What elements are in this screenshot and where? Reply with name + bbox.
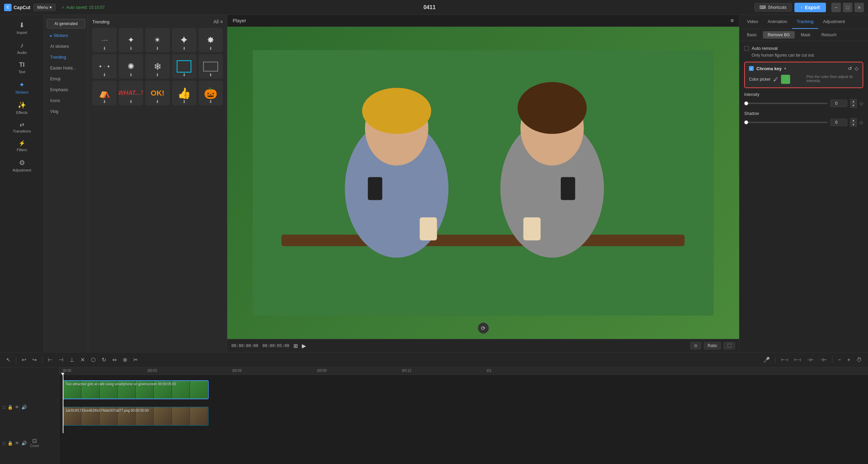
sidebar-item-vlog[interactable]: Vlog xyxy=(46,106,86,117)
sidebar-item-easter[interactable]: Easter Holid... xyxy=(46,63,86,73)
zoom-in-button[interactable]: + xyxy=(845,356,852,364)
snap-button[interactable]: ⊣⊢ xyxy=(805,356,816,364)
intensity-slider-thumb[interactable] xyxy=(744,101,748,105)
ratio-button[interactable]: Ratio xyxy=(704,342,721,349)
export-button[interactable]: ↑ Export xyxy=(794,3,826,12)
select-tool-button[interactable]: ↖ xyxy=(4,355,13,364)
tab-tracking[interactable]: Tracking xyxy=(792,15,818,29)
sticker-item[interactable]: · · · ⬇ xyxy=(92,28,117,52)
tool-filters[interactable]: ⚡ Filters xyxy=(2,137,42,155)
flip-button[interactable]: ⇔ xyxy=(110,355,119,364)
sidebar-item-icons[interactable]: Icons xyxy=(46,96,86,106)
sticker-item[interactable]: ⛺ ⬇ xyxy=(92,81,117,105)
mic-button[interactable]: 🎤 xyxy=(761,355,772,364)
sticker-item[interactable]: ✦ ⬇ xyxy=(172,28,196,52)
sidebar-item-trending[interactable]: Trending xyxy=(46,52,86,62)
chroma-key-checkbox[interactable]: ✓ xyxy=(749,66,754,71)
sticker-item[interactable]: ✦ ⬇ xyxy=(119,28,143,52)
menu-button[interactable]: Menu ▾ xyxy=(33,3,56,11)
subtab-basic[interactable]: Basic xyxy=(742,31,761,39)
sidebar-item-emoji[interactable]: Emoji xyxy=(46,74,86,84)
split-button[interactable]: ⊢ xyxy=(46,355,55,364)
fit-button[interactable]: ⊢⊣ xyxy=(779,356,790,364)
shape-button[interactable]: ⬡ xyxy=(89,355,98,364)
color-picker-eyedropper[interactable]: 🖊 xyxy=(773,77,778,82)
shadow-increment[interactable]: ▲ xyxy=(850,118,857,122)
intensity-decrement[interactable]: ▼ xyxy=(850,103,857,108)
snap2-button[interactable]: ⊣⊢ xyxy=(818,356,829,364)
subtab-retouch[interactable]: Retouch xyxy=(816,31,841,39)
play-button[interactable]: ▶ xyxy=(302,343,306,349)
tool-transitions[interactable]: ⇄ Transitions xyxy=(2,119,42,136)
recenter-button[interactable]: ⟳ xyxy=(478,323,489,334)
sidebar-item-stickers-section[interactable]: ▸ Stickers xyxy=(46,31,86,41)
align-button[interactable]: ⊢⊣ xyxy=(792,356,803,364)
sticker-item[interactable]: ✴ ⬇ xyxy=(145,28,170,52)
rotate-button[interactable]: ↻ xyxy=(100,355,108,364)
playhead[interactable] xyxy=(63,375,63,433)
close-button[interactable]: × xyxy=(854,3,864,12)
chroma-diamond-button[interactable]: ◇ xyxy=(855,66,859,71)
track2-audio-button[interactable]: 🔊 xyxy=(21,441,27,446)
auto-removal-checkbox[interactable] xyxy=(744,46,749,51)
sidebar-item-emphasis[interactable]: Emphasis xyxy=(46,85,86,95)
redo-button[interactable]: ↪ xyxy=(30,355,39,364)
shadow-decrement[interactable]: ▼ xyxy=(850,122,857,127)
grid-view-button[interactable]: ⊞ xyxy=(293,343,298,349)
shadow-value-input[interactable] xyxy=(830,119,847,126)
intensity-slider-track[interactable] xyxy=(744,103,828,104)
tab-video[interactable]: Video xyxy=(742,15,763,29)
tool-adjustment[interactable]: ⚙ Adjustment xyxy=(2,156,42,175)
maximize-button[interactable]: □ xyxy=(843,3,852,12)
shadow-reset-icon[interactable]: ◇ xyxy=(860,120,863,125)
track2-eye-button[interactable]: 👁 xyxy=(15,441,19,446)
delete-button[interactable]: ✕ xyxy=(78,355,87,364)
shortcuts-button[interactable]: ⌨ Shortcuts xyxy=(754,3,792,12)
tab-animation[interactable]: Animation xyxy=(763,15,792,29)
sticker-item[interactable]: ✦ · ✦ ⬇ xyxy=(92,54,117,79)
track1-lock-button[interactable]: 🔒 xyxy=(7,405,13,410)
tool-text[interactable]: TI Text xyxy=(2,59,42,77)
track1-eye-button[interactable]: 👁 xyxy=(15,405,19,410)
intensity-increment[interactable]: ▲ xyxy=(850,99,857,103)
player-menu-button[interactable]: ≡ xyxy=(731,18,734,24)
chroma-reset-button[interactable]: ↺ xyxy=(848,66,852,71)
intensity-value-input[interactable] xyxy=(830,100,847,107)
tab-adjustment[interactable]: Adjustment xyxy=(818,15,850,29)
color-swatch[interactable] xyxy=(781,75,790,84)
subtab-removebg[interactable]: Remove BG xyxy=(763,31,794,39)
tool-import[interactable]: ⬇ Import xyxy=(2,18,42,37)
edit-button[interactable]: ⊕ xyxy=(121,355,129,364)
track2-lock-button[interactable]: 🔒 xyxy=(7,441,13,446)
sticker-item[interactable]: 👍 ⬇ xyxy=(172,81,196,105)
minimize-button[interactable]: − xyxy=(831,3,841,12)
undo-button[interactable]: ↩ xyxy=(20,355,28,364)
track1-clip[interactable]: Two attractive girls at cafe using smart… xyxy=(63,380,209,399)
shadow-slider-track[interactable] xyxy=(744,122,828,123)
sticker-item[interactable]: ✸ ⬇ xyxy=(198,28,223,52)
sticker-item[interactable]: 🎃 ⬇ xyxy=(198,81,223,105)
track1-toggle-button[interactable]: □ xyxy=(3,405,5,410)
trim-button[interactable]: ⊥ xyxy=(67,355,76,364)
split2-button[interactable]: ⊣ xyxy=(57,355,65,364)
crop-tool-button[interactable]: ⊙ xyxy=(690,342,701,349)
sticker-item[interactable]: ⬇ xyxy=(172,54,196,79)
filter-button[interactable]: All ≡ xyxy=(213,19,223,24)
sidebar-item-ai-stickers[interactable]: AI stickers xyxy=(46,41,86,52)
intensity-reset-icon[interactable]: ◇ xyxy=(860,101,863,106)
sticker-item[interactable]: ⬇ xyxy=(198,54,223,79)
timer-button[interactable]: ⏱ xyxy=(854,356,864,364)
shadow-slider-thumb[interactable] xyxy=(744,120,748,124)
ai-generated-button[interactable]: AI generated xyxy=(47,19,85,28)
track1-audio-button[interactable]: 🔊 xyxy=(21,405,27,410)
zoom-out-button[interactable]: − xyxy=(836,356,843,364)
fullscreen-button[interactable]: ⛶ xyxy=(724,342,735,349)
sticker-item[interactable]: ✺ ⬇ xyxy=(119,54,143,79)
tool-stickers[interactable]: ✦ Stickers xyxy=(2,78,42,97)
sticker-item[interactable]: WHAT...? ⬇ xyxy=(119,81,143,105)
tool-audio[interactable]: ♪ Audio xyxy=(2,39,42,57)
subtab-mask[interactable]: Mask xyxy=(796,31,815,39)
scissors-button[interactable]: ✂ xyxy=(131,355,140,364)
track2-toggle-button[interactable]: □ xyxy=(3,441,5,446)
sticker-item[interactable]: OK! ⬇ xyxy=(145,81,170,105)
